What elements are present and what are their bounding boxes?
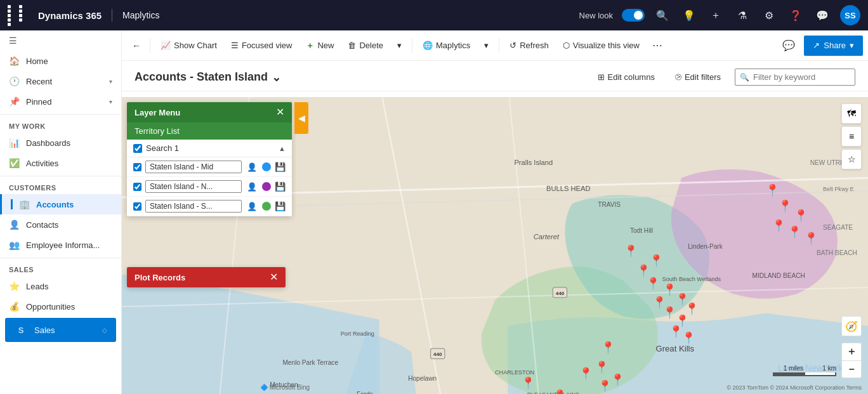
delete-button[interactable]: 🗑 Delete xyxy=(341,34,390,57)
opportunities-icon: 💰 xyxy=(9,301,20,312)
add-icon[interactable]: ＋ xyxy=(707,6,725,24)
pinned-caret-icon: ▾ xyxy=(109,98,112,105)
territory-item-1-save-icon[interactable]: 💾 xyxy=(275,181,286,192)
list-title[interactable]: Accounts - Staten Island ⌄ xyxy=(135,70,281,84)
lightbulb-icon[interactable]: 💡 xyxy=(680,6,698,24)
svg-text:📍: 📍 xyxy=(804,232,819,246)
territory-search-label: Search 1 xyxy=(146,143,275,153)
sales-section: Sales xyxy=(0,261,121,276)
share-button[interactable]: ↗ Share ▾ xyxy=(804,36,863,56)
svg-text:Menlo Park Terrace: Menlo Park Terrace xyxy=(282,359,338,366)
svg-text:📍: 📍 xyxy=(601,341,615,355)
chat-icon[interactable]: 💬 xyxy=(813,6,831,24)
territory-item-1-name[interactable]: Staten Island - N... xyxy=(145,180,242,193)
sidebar-item-leads[interactable]: ⭐ Leads xyxy=(0,276,121,296)
territory-item-0-checkbox[interactable] xyxy=(133,163,141,171)
help-icon[interactable]: ❓ xyxy=(787,6,805,24)
map-star-button[interactable]: ☆ xyxy=(841,149,862,169)
new-look-label: New look xyxy=(579,11,613,20)
sidebar-item-accounts[interactable]: 🏢 Accounts xyxy=(0,194,121,214)
svg-text:📍: 📍 xyxy=(610,373,625,387)
comments-icon-button[interactable]: 💬 xyxy=(776,34,801,57)
territory-item-0-color xyxy=(262,162,271,171)
svg-text:📍: 📍 xyxy=(681,331,696,345)
maplytics-caret-button[interactable]: ▾ xyxy=(478,34,495,57)
edit-columns-button[interactable]: ⊞ Edit columns xyxy=(591,69,661,85)
territory-item-1-person-icon[interactable]: 👤 xyxy=(246,180,258,193)
delete-caret-button[interactable]: ▾ xyxy=(391,34,408,57)
map-layers-button[interactable]: 🗺 xyxy=(841,103,862,124)
search-icon[interactable]: 🔍 xyxy=(654,6,671,24)
new-plus-icon: ＋ xyxy=(306,40,314,51)
zoom-in-button[interactable]: ＋ xyxy=(841,343,862,360)
map-attribution: © 2023 TomTom © 2024 Microsoft Corporati… xyxy=(727,384,862,391)
territory-item-1-color xyxy=(262,182,271,191)
svg-text:📍: 📍 xyxy=(652,296,667,310)
sidebar-item-sales[interactable]: S Sales ◇ xyxy=(5,318,116,342)
sales-nav-label: Sales xyxy=(34,325,55,335)
zoom-out-button[interactable]: － xyxy=(841,360,862,378)
sidebar-item-contacts[interactable]: 👤 Contacts xyxy=(0,214,121,235)
svg-text:📍: 📍 xyxy=(646,277,661,291)
scale-1km: 1 km xyxy=(822,365,836,372)
territory-item-0-person-icon[interactable]: 👤 xyxy=(246,161,258,173)
territory-item-0-name[interactable]: Staten Island - Mid xyxy=(145,161,242,173)
filter-keyword-input[interactable] xyxy=(735,69,855,86)
sidebar-collapse[interactable]: ☰ xyxy=(0,30,121,51)
visualize-button[interactable]: ⬡ Visualize this view xyxy=(556,34,646,57)
territory-item-2-color xyxy=(262,202,271,211)
sidebar-item-pinned[interactable]: 📌 Pinned ▾ xyxy=(0,91,121,112)
maplytics-button[interactable]: 🌐 Maplytics xyxy=(416,34,477,57)
apps-grid-icon[interactable] xyxy=(8,5,29,26)
sidebar-item-home[interactable]: 🏠 Home xyxy=(0,51,121,71)
new-look-toggle[interactable] xyxy=(622,9,645,22)
svg-text:MIDLAND BEACH: MIDLAND BEACH xyxy=(753,272,805,279)
territory-collapse-icon[interactable]: ▲ xyxy=(279,145,286,152)
plot-panel-close-button[interactable]: ✕ xyxy=(270,272,278,282)
territory-item-0-save-icon[interactable]: 💾 xyxy=(275,162,286,172)
delete-icon: 🗑 xyxy=(348,41,356,50)
sidebar-item-activities[interactable]: ✅ Activities xyxy=(0,153,121,173)
recent-caret-icon: ▾ xyxy=(109,78,112,85)
svg-text:TRAVIS: TRAVIS xyxy=(598,201,621,208)
filter-input-wrapper: 🔍 xyxy=(735,69,855,86)
dashboards-label: Dashboards xyxy=(26,138,70,148)
territory-search-checkbox[interactable] xyxy=(133,144,142,153)
edit-filters-button[interactable]: ⧁ Edit filters xyxy=(669,69,727,86)
filter-icon[interactable]: ⚗ xyxy=(733,6,751,24)
home-label: Home xyxy=(26,56,48,66)
map-compass-button[interactable]: 🧭 xyxy=(841,316,862,336)
my-work-section: My Work xyxy=(0,117,121,133)
map-bottom-controls: 🧭 ＋ － xyxy=(841,316,862,378)
show-chart-button[interactable]: 📈 Show Chart xyxy=(154,34,223,57)
user-avatar[interactable]: SS xyxy=(840,5,860,25)
sidebar-item-dashboards[interactable]: 📊 Dashboards xyxy=(0,133,121,153)
territory-item-2-checkbox[interactable] xyxy=(133,202,141,211)
opportunities-label: Opportunities xyxy=(26,302,75,312)
territory-item-1-checkbox[interactable] xyxy=(133,183,141,191)
leads-icon: ⭐ xyxy=(9,281,20,291)
filter-search-icon: 🔍 xyxy=(740,73,749,82)
settings-icon[interactable]: ⚙ xyxy=(760,6,778,24)
clock-icon: 🕐 xyxy=(9,76,20,86)
back-button[interactable]: ← xyxy=(127,37,146,54)
focused-view-button[interactable]: ☰ Focused view xyxy=(225,34,298,57)
top-nav-right: New look 🔍 💡 ＋ ⚗ ⚙ ❓ 💬 SS xyxy=(579,5,860,25)
refresh-button[interactable]: ↺ Refresh xyxy=(503,34,555,57)
toolbar-right: 💬 ↗ Share ▾ xyxy=(776,34,863,57)
territory-item-2-save-icon[interactable]: 💾 xyxy=(275,201,286,211)
svg-text:SEAGATE: SEAGATE xyxy=(823,224,853,231)
territory-item-2-person-icon[interactable]: 👤 xyxy=(246,200,258,213)
map-list-button[interactable]: ≡ xyxy=(841,126,862,147)
map-zoom-controls: ＋ － xyxy=(841,343,862,378)
sidebar-item-employee[interactable]: 👥 Employee Informa... xyxy=(0,235,121,255)
sidebar-item-opportunities[interactable]: 💰 Opportunities xyxy=(0,296,121,317)
panel-toggle-button[interactable]: ◀ xyxy=(294,102,308,134)
sidebar-item-recent[interactable]: 🕐 Recent ▾ xyxy=(0,71,121,91)
more-button[interactable]: ⋯ xyxy=(647,36,667,55)
svg-text:📍: 📍 xyxy=(772,219,786,233)
toolbar: ← 📈 Show Chart ☰ Focused view ＋ New 🗑 De… xyxy=(122,30,868,61)
territory-item-2-name[interactable]: Staten Island - S... xyxy=(145,200,242,213)
layer-panel-close-button[interactable]: ✕ xyxy=(276,107,284,117)
new-button[interactable]: ＋ New xyxy=(299,34,340,57)
